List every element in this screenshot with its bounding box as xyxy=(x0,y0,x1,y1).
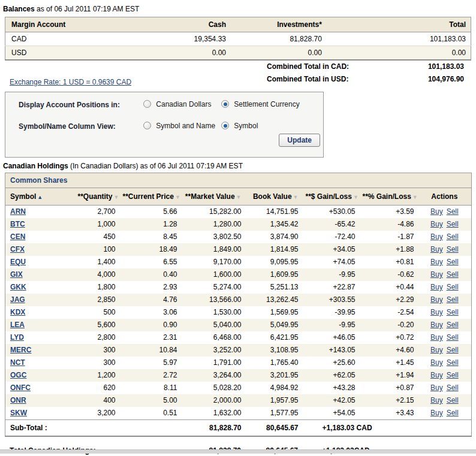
symbol-link[interactable]: SKW xyxy=(10,409,27,417)
radio-canadian-dollars[interactable]: Canadian Dollars xyxy=(143,100,211,108)
balances-title: Balances as of 06 Jul 2011 07:19 AM EST xyxy=(0,0,476,17)
buy-link[interactable]: Buy xyxy=(430,207,443,216)
buy-link[interactable]: Buy xyxy=(430,396,443,404)
quantity-value: 100 xyxy=(74,243,119,256)
quantity-value: 2,700 xyxy=(74,206,119,219)
holding-row: CFX 100 18.49 1,849.00 1,814.95 +34.05 +… xyxy=(5,243,472,256)
symbol-link[interactable]: CEN xyxy=(10,232,25,241)
sell-link[interactable]: Sell xyxy=(447,220,459,228)
horizontal-scrollbar[interactable] xyxy=(0,449,476,454)
dollar-gain-value: +34.05 xyxy=(302,243,359,256)
sell-link[interactable]: Sell xyxy=(447,321,459,329)
combined-total-cad: Combined Total in CAD: 101,183.03 xyxy=(267,62,464,71)
buy-link[interactable]: Buy xyxy=(430,409,443,417)
buy-link[interactable]: Buy xyxy=(430,333,443,342)
dollar-gain-value: -9.95 xyxy=(302,319,359,331)
symbol-link[interactable]: BTC xyxy=(10,220,25,228)
sell-link[interactable]: Sell xyxy=(447,383,459,392)
buy-link[interactable]: Buy xyxy=(430,270,443,279)
symbol-link[interactable]: EQU xyxy=(10,258,26,266)
col-market-value[interactable]: **Market Value▼ xyxy=(181,188,245,206)
current-price-value: 2.72 xyxy=(119,369,181,382)
sell-link[interactable]: Sell xyxy=(447,333,459,342)
symbol-link[interactable]: OGC xyxy=(10,371,26,379)
dollar-gain-value: +74.05 xyxy=(302,256,359,268)
radio-button-icon[interactable] xyxy=(143,100,151,108)
buy-link[interactable]: Buy xyxy=(430,295,443,304)
buy-link[interactable]: Buy xyxy=(430,245,443,253)
radio-symbol[interactable]: Symbol xyxy=(221,122,258,130)
symbol-link[interactable]: GIX xyxy=(10,270,23,279)
market-value: 5,274.00 xyxy=(181,281,245,294)
exchange-rate-link[interactable]: Exchange Rate: 1 USD = 0.9639 CAD xyxy=(10,78,131,86)
buy-link[interactable]: Buy xyxy=(430,358,443,367)
symbol-link[interactable]: CFX xyxy=(10,245,25,253)
display-options-panel: Display Account Positions in: Canadian D… xyxy=(5,92,324,158)
col-symbol[interactable]: Symbol▲ xyxy=(5,188,74,206)
sell-link[interactable]: Sell xyxy=(447,207,459,216)
buy-link[interactable]: Buy xyxy=(430,283,443,291)
col-percent-gain[interactable]: **% Gain/Loss▼ xyxy=(359,188,418,206)
percent-gain-value: -2.54 xyxy=(359,306,418,319)
account-page: Balances as of 06 Jul 2011 07:19 AM EST … xyxy=(0,0,476,456)
total-value: 101,183.03 xyxy=(327,32,471,46)
quantity-value: 1,000 xyxy=(74,218,119,231)
sell-link[interactable]: Sell xyxy=(447,232,459,241)
sell-link[interactable]: Sell xyxy=(447,283,459,291)
symbol-link[interactable]: LEA xyxy=(10,321,25,329)
sell-link[interactable]: Sell xyxy=(447,270,459,279)
market-value: 3,252.00 xyxy=(181,344,245,357)
symbol-link[interactable]: ONR xyxy=(10,396,26,404)
radio-button-icon[interactable] xyxy=(143,122,151,129)
symbol-link[interactable]: ARN xyxy=(10,207,26,216)
quantity-value: 5,600 xyxy=(74,319,119,331)
buy-link[interactable]: Buy xyxy=(430,346,443,354)
col-book-value[interactable]: Book Value▼ xyxy=(245,188,302,206)
sell-link[interactable]: Sell xyxy=(447,371,459,379)
update-button[interactable]: Update xyxy=(279,134,320,147)
sell-link[interactable]: Sell xyxy=(447,258,459,266)
sell-link[interactable]: Sell xyxy=(447,295,459,304)
current-price-value: 0.51 xyxy=(119,407,181,420)
holding-row: ONR 400 5.00 2,000.00 1,957.95 +42.05 +2… xyxy=(5,394,472,407)
sell-link[interactable]: Sell xyxy=(447,308,459,316)
buy-link[interactable]: Buy xyxy=(430,321,443,329)
current-price-value: 8.45 xyxy=(119,231,181,243)
symbol-link[interactable]: KDX xyxy=(10,308,25,316)
symbol-link[interactable]: NCT xyxy=(10,358,25,367)
dollar-gain-value: -39.95 xyxy=(302,306,359,319)
sell-link[interactable]: Sell xyxy=(447,409,459,417)
buy-link[interactable]: Buy xyxy=(430,258,443,266)
col-quantity[interactable]: **Quantity▼ xyxy=(74,188,119,206)
quantity-value: 2,800 xyxy=(74,331,119,344)
radio-symbol-label: Symbol xyxy=(234,122,258,130)
col-percent-gain-label: **% Gain/Loss xyxy=(363,192,411,201)
book-value: 3,201.95 xyxy=(245,369,302,382)
radio-button-icon[interactable] xyxy=(221,122,229,129)
current-price-value: 1.28 xyxy=(119,218,181,231)
symbol-link[interactable]: GKK xyxy=(10,283,26,291)
sell-link[interactable]: Sell xyxy=(447,346,459,354)
radio-settlement-currency[interactable]: Settlement Currency xyxy=(221,100,300,108)
buy-link[interactable]: Buy xyxy=(430,232,443,241)
sell-link[interactable]: Sell xyxy=(447,245,459,253)
canadian-holdings-title-bold: Canadian Holdings xyxy=(3,162,68,170)
symbol-link[interactable]: JAG xyxy=(10,295,25,304)
radio-symbol-and-name[interactable]: Symbol and Name xyxy=(143,122,215,130)
sort-desc-icon: ▼ xyxy=(114,194,119,200)
symbol-column-option-row: Symbol/Name Column View: Symbol and Name… xyxy=(5,122,323,132)
holding-row: LYD 2,800 2.31 6,468.00 6,421.95 +46.05 … xyxy=(5,331,472,344)
buy-link[interactable]: Buy xyxy=(430,383,443,392)
symbol-link[interactable]: MERC xyxy=(10,346,31,354)
buy-link[interactable]: Buy xyxy=(430,308,443,316)
balances-title-bold: Balances xyxy=(3,5,35,13)
symbol-link[interactable]: LYD xyxy=(10,333,24,342)
buy-link[interactable]: Buy xyxy=(430,220,443,228)
symbol-link[interactable]: ONFC xyxy=(10,383,31,392)
col-dollar-gain[interactable]: **$ Gain/Loss▼ xyxy=(302,188,359,206)
sell-link[interactable]: Sell xyxy=(447,396,459,404)
col-current-price[interactable]: **Current Price▼ xyxy=(119,188,181,206)
sell-link[interactable]: Sell xyxy=(447,358,459,367)
radio-button-icon[interactable] xyxy=(221,100,229,108)
buy-link[interactable]: Buy xyxy=(430,371,443,379)
